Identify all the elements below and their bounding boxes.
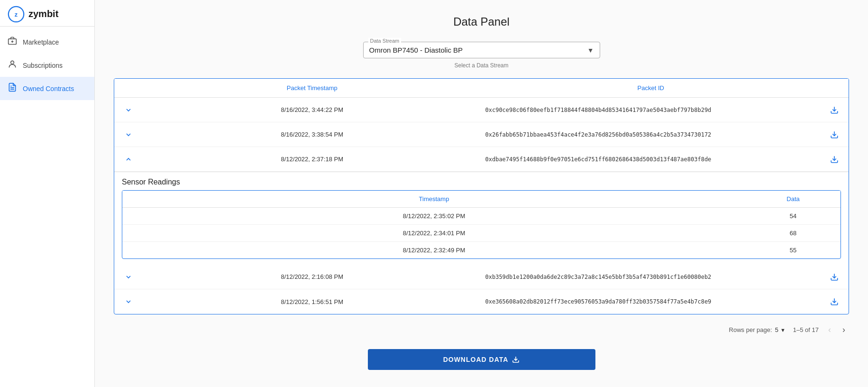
data-stream-value: Omron BP7450 - Diastolic BP [369,46,463,54]
row2-packet-id: 0x26fabb65b71bbaea453f4ace4f2e3a76d8256b… [482,126,821,144]
row2-download-button[interactable] [820,125,849,145]
download-data-label: DOWNLOAD DATA [443,356,509,363]
next-page-button[interactable]: › [841,324,847,336]
row1-download-button[interactable] [820,100,849,120]
page-info: 1–5 of 17 [793,326,819,333]
owned-contracts-label: Owned Contracts [23,85,74,92]
row4-packet-id: 0xb359db1e1200a0da6de2c89c3a72a8c145e5bb… [482,268,821,286]
header-packet-timestamp: Packet Timestamp [143,79,482,97]
svg-point-5 [11,61,14,64]
pagination-row: Rows per page: 5 ▼ 1–5 of 17 ‹ › [114,320,849,340]
expand-row4-button[interactable] [114,267,143,286]
download-data-button[interactable]: DOWNLOAD DATA [368,349,595,370]
row1-timestamp: 8/16/2022, 3:44:22 PM [143,101,482,119]
sensor-readings-table: Timestamp Data 8/12/2022, 2:35:02 PM 54 … [122,190,841,259]
table-row: 8/12/2022, 2:16:08 PM 0xb359db1e1200a0da… [114,265,849,289]
download-icon [512,356,520,363]
rows-per-page-select[interactable]: 5 ▼ [775,326,786,333]
sub-table-header-row: Timestamp Data [122,191,841,208]
sidebar-item-subscriptions[interactable]: Subscriptions [0,54,94,77]
chevron-down-icon: ▼ [587,46,594,54]
header-download [820,79,849,97]
sub-row2-data: 68 [746,225,841,241]
sidebar-logo: z zymbit [0,0,94,27]
row5-timestamp: 8/12/2022, 1:56:51 PM [143,293,482,311]
sub-table-row: 8/12/2022, 2:35:02 PM 54 [122,208,841,225]
data-stream-wrapper: Data Stream Omron BP7450 - Diastolic BP … [114,42,849,58]
sub-header-timestamp: Timestamp [122,191,746,207]
expand-row5-button[interactable] [114,292,143,311]
rows-per-page-label: Rows per page: [729,326,772,333]
data-stream-dropdown[interactable]: Omron BP7450 - Diastolic BP ▼ [369,46,594,54]
main-content: Data Panel Data Stream Omron BP7450 - Di… [95,0,868,387]
subscriptions-icon [8,59,17,71]
data-stream-selector[interactable]: Data Stream Omron BP7450 - Diastolic BP … [363,42,600,58]
sub-header-data: Data [746,191,841,207]
sensor-readings-title: Sensor Readings [114,172,849,190]
row3-download-button[interactable] [820,149,849,169]
sub-table-row: 8/12/2022, 2:32:49 PM 55 [122,242,841,258]
rows-per-page-value: 5 [775,326,778,333]
sub-row3-data: 55 [746,242,841,258]
subscriptions-label: Subscriptions [23,62,63,69]
sidebar-item-owned-contracts[interactable]: Owned Contracts [0,77,94,100]
marketplace-label: Marketplace [23,38,59,46]
table-header-row: Packet Timestamp Packet ID [114,79,849,98]
rows-per-page-container: Rows per page: 5 ▼ [729,326,786,333]
table-row: 8/12/2022, 2:37:18 PM 0xdbae7495f14688b9… [114,147,849,172]
rows-per-page-chevron-icon: ▼ [780,327,786,333]
row5-download-button[interactable] [820,292,849,312]
header-packet-id: Packet ID [482,79,821,97]
row3-expanded-section: Sensor Readings Timestamp Data 8/12/2022… [114,172,849,259]
page-title: Data Panel [114,15,849,28]
table-row: 8/16/2022, 3:44:22 PM 0xc90ce98c06f80eef… [114,98,849,122]
svg-text:z: z [15,11,18,18]
sub-row1-data: 54 [746,208,841,224]
header-expand [114,79,143,97]
row2-timestamp: 8/16/2022, 3:38:54 PM [143,125,482,144]
table-row: 8/12/2022, 1:56:51 PM 0xe365608a02db8201… [114,289,849,314]
sidebar: z zymbit Marketplace Subscri [0,0,95,387]
main-table: Packet Timestamp Packet ID 8/16/2022, 3:… [114,78,849,314]
zymbit-logo-icon: z [8,6,25,23]
row4-timestamp: 8/12/2022, 2:16:08 PM [143,267,482,286]
expand-row3-button[interactable] [114,150,143,169]
sidebar-item-marketplace[interactable]: Marketplace [0,30,94,54]
prev-page-button[interactable]: ‹ [826,324,833,336]
expand-row2-button[interactable] [114,125,143,144]
sidebar-navigation: Marketplace Subscriptions O [0,27,94,100]
sub-table-row: 8/12/2022, 2:34:01 PM 68 [122,225,841,242]
table-row: 8/16/2022, 3:38:54 PM 0x26fabb65b71bbaea… [114,122,849,147]
row1-packet-id: 0xc90ce98c06f80eefb1f718844f48804b4d8534… [482,101,821,119]
expand-row1-button[interactable] [114,101,143,120]
row3-timestamp: 8/12/2022, 2:37:18 PM [143,150,482,168]
row4-download-button[interactable] [820,267,849,287]
sub-row3-timestamp: 8/12/2022, 2:32:49 PM [122,242,746,258]
marketplace-icon [8,36,17,48]
app-logo-text: zymbit [28,9,58,19]
owned-contracts-icon [8,83,17,94]
row5-packet-id: 0xe365608a02db82012ff73ece90576053a9da78… [482,293,821,311]
data-stream-hint: Select a Data Stream [114,62,849,69]
row3-packet-id: 0xdbae7495f14688b9f0e97051e6cd751ff68026… [482,150,821,168]
data-stream-label: Data Stream [368,38,402,44]
sub-row1-timestamp: 8/12/2022, 2:35:02 PM [122,208,746,224]
sub-row2-timestamp: 8/12/2022, 2:34:01 PM [122,225,746,241]
